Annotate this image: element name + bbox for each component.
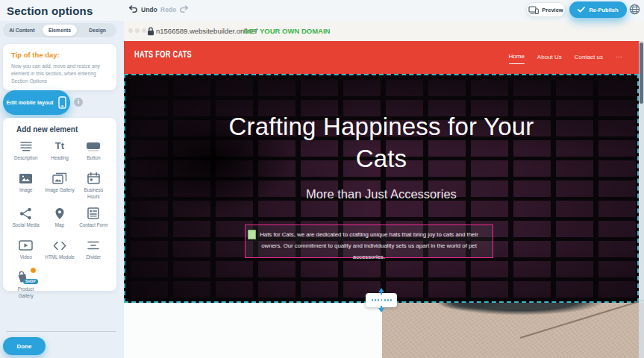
section-options-panel: AI Content Elements Design Tip of the da… — [0, 21, 124, 358]
button-icon — [86, 139, 101, 153]
redo-button[interactable]: Redo — [160, 5, 189, 13]
element-label: Map — [55, 222, 64, 229]
add-element-product-gallery[interactable]: SHOP Product Gallery — [9, 271, 43, 299]
tab-elements[interactable]: Elements — [43, 25, 78, 36]
element-label: Image — [19, 187, 33, 194]
hero-subheading[interactable]: More than Just Accessories — [125, 187, 637, 201]
devices-icon — [528, 6, 539, 14]
undo-button[interactable]: Undo — [128, 5, 157, 13]
description-icon — [19, 139, 33, 153]
nav-home[interactable]: Home — [509, 53, 525, 64]
window-dots — [128, 28, 146, 33]
element-label: Description — [14, 155, 38, 162]
product-gallery-icon: SHOP — [16, 271, 36, 284]
element-label: Heading — [51, 155, 68, 162]
edit-mobile-label: Edit mobile layout — [7, 99, 54, 106]
next-section-blank[interactable] — [124, 303, 382, 358]
edit-mobile-layout-button[interactable]: Edit mobile layout — [3, 90, 70, 115]
social-media-icon — [19, 207, 32, 220]
element-grid: Description Tt Heading Button Image Imag… — [9, 139, 110, 299]
add-element-map[interactable]: Map — [43, 207, 76, 232]
top-toolbar: Section options Undo Redo Preview Re-Pub… — [0, 0, 644, 21]
new-badge-icon — [30, 267, 37, 274]
element-label: Product Gallery — [10, 286, 42, 299]
hero-section-selected[interactable]: Crafting Happiness for Your Cats More th… — [124, 74, 639, 303]
element-label: Button — [87, 155, 100, 162]
language-button[interactable] — [628, 3, 641, 16]
element-drag-handle[interactable] — [248, 230, 256, 239]
add-element-card: Add new element Description Tt Heading B… — [3, 118, 116, 291]
window-dot — [142, 28, 146, 33]
republish-label: Re-Publish — [589, 7, 618, 13]
image-icon — [19, 172, 33, 185]
element-label: Social Media — [13, 222, 40, 229]
site-url: n1566589.websitebuilder.online/ — [156, 27, 257, 35]
window-dot — [135, 28, 140, 33]
phone-icon — [58, 96, 66, 109]
drag-dots-icon — [372, 299, 392, 301]
preview-button[interactable]: Preview — [526, 2, 566, 17]
tip-of-the-day-card: Tip of the day: Now you can add, move an… — [3, 44, 116, 90]
panel-divider — [6, 331, 116, 332]
preview-scrollbar-thumb[interactable] — [640, 43, 643, 104]
tab-design[interactable]: Design — [80, 25, 115, 36]
site-logo[interactable]: HATS FOR CATS — [134, 48, 192, 59]
tip-title: Tip of the day: — [11, 51, 108, 59]
tip-body: Now you can add, move and resize any ele… — [11, 63, 108, 85]
info-icon[interactable]: i — [74, 98, 83, 107]
get-domain-link[interactable]: GET YOUR OWN DOMAIN — [243, 27, 330, 35]
nav-contact-us[interactable]: Contact us — [575, 54, 603, 62]
contact-form-icon — [87, 207, 99, 220]
add-element-image[interactable]: Image — [9, 172, 43, 200]
image-gallery-icon — [52, 172, 67, 185]
lock-icon — [147, 27, 154, 36]
element-label: Video — [20, 254, 32, 261]
html-module-icon — [53, 239, 66, 252]
add-element-description[interactable]: Description — [9, 139, 43, 165]
map-icon — [54, 207, 65, 220]
add-element-image-gallery[interactable]: Image Gallery — [43, 172, 76, 200]
page-title: Section options — [7, 4, 93, 17]
redo-label: Redo — [160, 6, 176, 13]
add-element-contact-form[interactable]: Contact Form — [77, 207, 110, 232]
arrow-up-stem — [381, 292, 382, 295]
business-hours-icon — [87, 172, 100, 185]
undo-label: Undo — [141, 6, 157, 13]
add-element-divider[interactable]: Divider — [77, 239, 110, 264]
undo-icon — [128, 5, 138, 13]
heading-icon: Tt — [55, 139, 64, 153]
add-element-heading[interactable]: Tt Heading — [43, 139, 76, 165]
redo-icon — [179, 5, 189, 13]
divider-icon — [87, 239, 100, 252]
panel-tabs: AI Content Elements Design — [3, 23, 116, 37]
tab-ai-content[interactable]: AI Content — [4, 25, 40, 36]
video-icon — [19, 239, 33, 252]
browser-address-bar: n1566589.websitebuilder.online/ GET YOUR… — [124, 21, 644, 41]
check-icon — [578, 7, 585, 13]
nav-about-us[interactable]: About Us — [537, 54, 562, 62]
pavement-crack — [520, 299, 644, 339]
globe-icon — [629, 4, 640, 15]
website-builder-app: Section options Undo Redo Preview Re-Pub… — [0, 0, 644, 358]
nav-more-menu[interactable]: ⋯ — [616, 54, 622, 62]
element-label: Contact Form — [79, 222, 107, 229]
add-element-video[interactable]: Video — [9, 239, 43, 264]
site-nav: Home About Us Contact us ⋯ — [509, 41, 622, 74]
element-label: HTML Module — [45, 254, 74, 261]
add-element-social-media[interactable]: Social Media — [9, 207, 43, 232]
shop-badge: SHOP — [23, 279, 38, 284]
hero-heading[interactable]: Crafting Happiness for Your Cats — [221, 111, 542, 175]
site-header: HATS FOR CATS Home About Us Contact us ⋯ — [124, 41, 640, 74]
hero-paragraph-element-selected[interactable]: Hats for Cats, we are dedicated to craft… — [245, 224, 493, 258]
element-label: Business Hours — [78, 187, 109, 200]
section-resize-handle[interactable] — [366, 293, 397, 307]
next-section-image[interactable] — [382, 303, 644, 358]
add-element-html-module[interactable]: HTML Module — [43, 239, 76, 264]
arrow-down-icon — [378, 308, 384, 313]
add-element-button[interactable]: Button — [77, 139, 110, 165]
add-element-business-hours[interactable]: Business Hours — [77, 172, 110, 200]
element-label: Divider — [87, 254, 101, 261]
done-button[interactable]: Done — [3, 337, 46, 355]
republish-button[interactable]: Re-Publish — [569, 1, 627, 18]
window-dot — [128, 28, 133, 33]
